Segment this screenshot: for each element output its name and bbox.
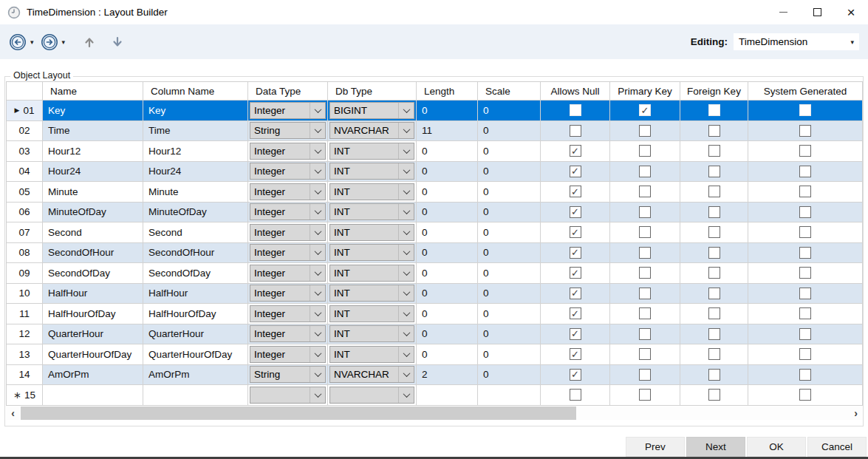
- row-header-01[interactable]: ▶01: [7, 101, 43, 121]
- cell-column_name[interactable]: Time: [143, 121, 248, 142]
- row-header-09[interactable]: 09: [7, 263, 43, 284]
- cell-allows_null[interactable]: ✓: [541, 162, 610, 183]
- cell-allows_null[interactable]: ✓: [541, 222, 610, 243]
- cell-scale[interactable]: 0: [478, 324, 541, 345]
- column-header-system_generated[interactable]: System Generated: [748, 82, 863, 101]
- allows_null-checkbox[interactable]: ✓: [570, 348, 581, 360]
- db_type-combobox[interactable]: INT: [329, 305, 414, 322]
- cell-scale[interactable]: 0: [478, 222, 541, 243]
- primary_key-checkbox[interactable]: [639, 328, 651, 340]
- cell-db_type[interactable]: INT: [328, 263, 417, 284]
- primary_key-checkbox[interactable]: [639, 247, 651, 259]
- cell-column_name[interactable]: [143, 385, 248, 406]
- cell-primary_key[interactable]: [610, 141, 680, 162]
- cell-allows_null[interactable]: ✓: [541, 324, 610, 345]
- allows_null-checkbox[interactable]: ✓: [570, 166, 581, 177]
- cell-foreign_key[interactable]: [680, 182, 748, 203]
- column-header-name[interactable]: Name: [43, 82, 143, 101]
- foreign_key-checkbox[interactable]: [708, 166, 720, 177]
- allows_null-checkbox[interactable]: ✓: [570, 226, 581, 238]
- db_type-combobox[interactable]: INT: [329, 285, 414, 302]
- cell-data_type[interactable]: Integer: [248, 182, 328, 203]
- cell-column_name[interactable]: Key: [143, 101, 248, 121]
- cell-scale[interactable]: 0: [478, 284, 541, 305]
- data_type-combobox[interactable]: Integer: [250, 183, 326, 200]
- data_type-combobox[interactable]: Integer: [250, 203, 326, 220]
- cell-column_name[interactable]: QuarterHour: [143, 324, 248, 345]
- cell-foreign_key[interactable]: [680, 101, 748, 121]
- system_generated-checkbox[interactable]: [799, 389, 811, 401]
- foreign_key-checkbox[interactable]: [708, 389, 720, 401]
- scroll-right-icon[interactable]: ›: [849, 407, 863, 420]
- cell-length[interactable]: 0: [417, 304, 478, 324]
- foreign_key-checkbox[interactable]: [708, 145, 720, 157]
- column-header-length[interactable]: Length: [417, 82, 478, 101]
- row-header-14[interactable]: 14: [7, 365, 43, 386]
- cell-length[interactable]: 0: [417, 203, 478, 223]
- allows_null-checkbox[interactable]: ✓: [570, 307, 581, 319]
- column-header-scale[interactable]: Scale: [478, 82, 541, 101]
- primary_key-checkbox[interactable]: [639, 186, 651, 197]
- cell-name[interactable]: [43, 385, 143, 406]
- db_type-combobox[interactable]: INT: [329, 203, 414, 220]
- foreign_key-checkbox[interactable]: [708, 348, 720, 360]
- cell-system_generated[interactable]: [748, 141, 863, 162]
- cell-allows_null[interactable]: [541, 101, 610, 121]
- row-header-03[interactable]: 03: [7, 141, 43, 162]
- foreign_key-checkbox[interactable]: [708, 226, 720, 238]
- cell-data_type[interactable]: String: [248, 121, 328, 142]
- row-header-07[interactable]: 07: [7, 222, 43, 243]
- system_generated-checkbox[interactable]: [799, 206, 811, 218]
- cell-db_type[interactable]: INT: [328, 203, 417, 223]
- cell-foreign_key[interactable]: [680, 324, 748, 345]
- primary_key-checkbox[interactable]: [639, 348, 651, 360]
- cell-db_type[interactable]: BIGINT: [328, 101, 417, 121]
- primary_key-checkbox[interactable]: [639, 267, 651, 279]
- cell-primary_key[interactable]: ✓: [610, 101, 680, 121]
- cell-length[interactable]: 0: [417, 324, 478, 345]
- cell-data_type[interactable]: Integer: [248, 101, 328, 121]
- minimize-button[interactable]: [766, 0, 800, 24]
- row-header-05[interactable]: 05: [7, 182, 43, 203]
- cell-scale[interactable]: 0: [478, 304, 541, 324]
- column-header-allows_null[interactable]: Allows Null: [541, 82, 610, 101]
- cell-allows_null[interactable]: ✓: [541, 263, 610, 284]
- data_type-combobox[interactable]: Integer: [250, 224, 326, 241]
- cell-data_type[interactable]: Integer: [248, 344, 328, 365]
- system_generated-checkbox[interactable]: [799, 104, 811, 116]
- system_generated-checkbox[interactable]: [799, 125, 811, 137]
- row-header-11[interactable]: 11: [7, 304, 43, 324]
- column-header-data_type[interactable]: Data Type: [248, 82, 328, 101]
- cell-db_type[interactable]: NVARCHAR: [328, 365, 417, 386]
- cell-data_type[interactable]: String: [248, 365, 328, 386]
- cell-foreign_key[interactable]: [680, 121, 748, 142]
- db_type-combobox[interactable]: INT: [329, 325, 414, 342]
- cell-length[interactable]: 0: [417, 162, 478, 183]
- cell-primary_key[interactable]: [610, 365, 680, 386]
- cell-scale[interactable]: 0: [478, 121, 541, 142]
- cell-db_type[interactable]: INT: [328, 162, 417, 183]
- cell-name[interactable]: Hour12: [43, 141, 143, 162]
- cell-data_type[interactable]: Integer: [248, 222, 328, 243]
- allows_null-checkbox[interactable]: ✓: [570, 247, 581, 259]
- cell-scale[interactable]: 0: [478, 243, 541, 264]
- cell-column_name[interactable]: Hour24: [143, 162, 248, 183]
- db_type-combobox[interactable]: NVARCHAR: [329, 122, 414, 139]
- cell-system_generated[interactable]: [748, 101, 863, 121]
- foreign_key-checkbox[interactable]: [708, 328, 720, 340]
- allows_null-checkbox[interactable]: ✓: [570, 145, 581, 157]
- back-dropdown-caret[interactable]: ▾: [30, 38, 34, 46]
- cell-system_generated[interactable]: [748, 324, 863, 345]
- column-header-column_name[interactable]: Column Name: [143, 82, 248, 101]
- primary_key-checkbox[interactable]: [639, 125, 651, 137]
- cell-name[interactable]: Key: [43, 101, 143, 121]
- cell-column_name[interactable]: Minute: [143, 182, 248, 203]
- back-button[interactable]: [9, 33, 27, 51]
- system_generated-checkbox[interactable]: [799, 186, 811, 197]
- cell-length[interactable]: 0: [417, 141, 478, 162]
- allows_null-checkbox[interactable]: ✓: [570, 328, 581, 340]
- system_generated-checkbox[interactable]: [799, 288, 811, 299]
- cell-length[interactable]: 0: [417, 284, 478, 305]
- row-header-02[interactable]: 02: [7, 121, 43, 142]
- cell-db_type[interactable]: INT: [328, 344, 417, 365]
